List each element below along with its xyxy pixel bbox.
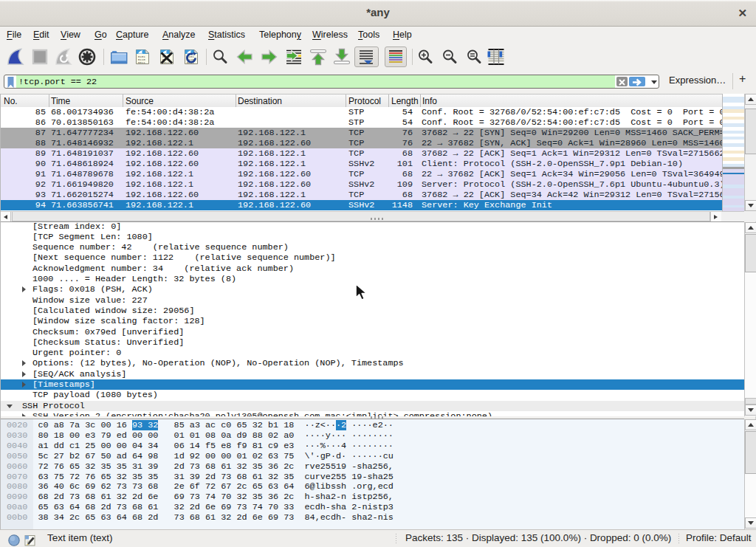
svg-text:0011: 0011 <box>138 61 146 64</box>
